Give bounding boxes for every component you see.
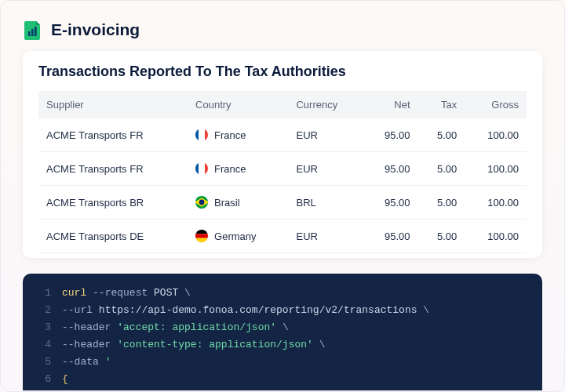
cell-tax: 5.00 (418, 186, 465, 220)
cell-supplier: ACME Transports FR (38, 118, 188, 152)
svg-rect-7 (199, 162, 205, 175)
table-row[interactable]: ACME Transports DEGermanyEUR95.005.00100… (38, 220, 527, 253)
svg-rect-8 (205, 162, 208, 175)
svg-rect-0 (28, 31, 31, 36)
col-country: Country (188, 91, 288, 118)
svg-rect-1 (31, 29, 34, 36)
svg-point-11 (199, 200, 205, 205)
cell-gross: 100.00 (465, 186, 527, 220)
svg-rect-6 (195, 162, 199, 175)
cell-country: Germany (188, 220, 288, 253)
cell-net: 95.00 (363, 186, 417, 220)
transactions-table: Supplier Country Currency Net Tax Gross … (38, 91, 527, 253)
cell-currency: BRL (288, 186, 363, 220)
svg-rect-12 (195, 230, 208, 234)
cell-currency: EUR (288, 118, 363, 152)
table-header-row: Supplier Country Currency Net Tax Gross (38, 91, 527, 118)
cell-country: France (188, 118, 288, 152)
code-line: 4--header 'content-type: application/jso… (23, 336, 542, 354)
code-content: --data ' (62, 354, 111, 371)
cell-currency: EUR (288, 220, 363, 253)
code-content: curl --request POST \ (62, 285, 191, 302)
line-number: 5 (34, 354, 51, 371)
col-tax: Tax (418, 91, 465, 118)
cell-tax: 5.00 (418, 152, 465, 186)
svg-rect-14 (195, 238, 208, 242)
col-net: Net (363, 91, 417, 118)
code-line: 5--data ' (23, 354, 542, 371)
code-content: --url https://api-demo.fonoa.com/reporti… (62, 302, 429, 319)
code-content: --header 'content-type: application/json… (62, 336, 326, 354)
table-row[interactable]: ACME Transports FRFranceEUR95.005.00100.… (38, 152, 527, 186)
flag-de-icon (195, 230, 208, 242)
cell-currency: EUR (288, 152, 363, 186)
svg-rect-13 (195, 234, 208, 238)
cell-net: 95.00 (363, 220, 417, 253)
svg-rect-2 (35, 27, 37, 36)
card-title: Transactions Reported To The Tax Authori… (38, 64, 527, 80)
line-number: 4 (34, 336, 51, 354)
transactions-card: Transactions Reported To The Tax Authori… (23, 51, 542, 258)
header: E-invoicing (1, 1, 564, 51)
country-name: Germany (214, 230, 256, 242)
table-row[interactable]: ACME Transports BRBrasilBRL95.005.00100.… (38, 186, 527, 220)
code-line: 3--header 'accept: application/json' \ (23, 319, 542, 336)
svg-rect-3 (195, 129, 199, 141)
code-line: 2--url https://api-demo.fonoa.com/report… (23, 302, 542, 319)
svg-rect-4 (199, 129, 205, 141)
line-number: 2 (34, 302, 51, 319)
document-chart-icon (23, 20, 43, 40)
flag-br-icon (195, 196, 208, 209)
cell-tax: 5.00 (418, 118, 465, 152)
cell-net: 95.00 (363, 152, 417, 186)
country-name: France (214, 129, 246, 141)
cell-supplier: ACME Transports FR (38, 152, 188, 186)
table-row[interactable]: ACME Transports FRFranceEUR95.005.00100.… (38, 118, 527, 152)
country-name: Brasil (214, 197, 240, 209)
cell-gross: 100.00 (465, 220, 527, 253)
flag-fr-icon (195, 162, 208, 175)
cell-supplier: ACME Transports DE (38, 220, 188, 253)
col-currency: Currency (288, 91, 363, 118)
line-number: 3 (34, 319, 51, 336)
cell-tax: 5.00 (418, 220, 465, 253)
col-gross: Gross (465, 91, 527, 118)
cell-country: Brasil (188, 186, 288, 220)
page-title: E-invoicing (51, 20, 140, 39)
code-line: 6{ (23, 371, 542, 388)
cell-country: France (188, 152, 288, 186)
code-line: 1curl --request POST \ (23, 285, 542, 302)
code-block: 1curl --request POST \2--url https://api… (23, 274, 542, 390)
line-number: 6 (34, 371, 51, 388)
country-name: France (214, 163, 246, 175)
line-number: 1 (34, 285, 51, 302)
col-supplier: Supplier (38, 91, 188, 118)
svg-rect-5 (205, 129, 208, 141)
cell-supplier: ACME Transports BR (38, 186, 188, 220)
code-content: { (62, 371, 68, 388)
flag-fr-icon (195, 129, 208, 141)
code-content: --header 'accept: application/json' \ (62, 319, 289, 336)
cell-net: 95.00 (363, 118, 417, 152)
cell-gross: 100.00 (465, 118, 527, 152)
cell-gross: 100.00 (465, 152, 527, 186)
